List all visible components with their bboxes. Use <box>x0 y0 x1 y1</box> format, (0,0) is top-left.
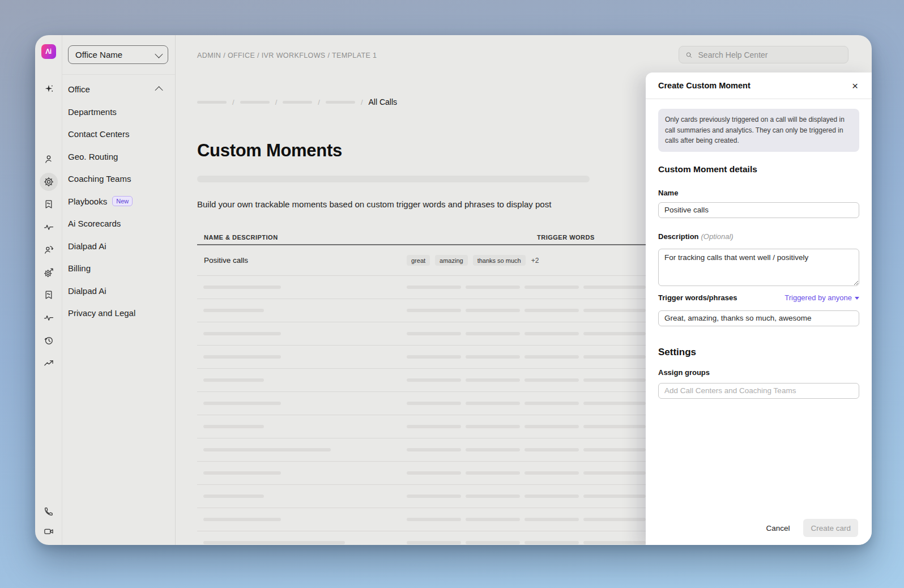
icon-rail: Λi <box>35 35 62 545</box>
activity-pulse-icon[interactable] <box>42 220 56 234</box>
settings-heading: Settings <box>658 347 859 358</box>
sidebar-nav: OfficeDepartmentsContact CentersGeo. Rou… <box>62 74 175 325</box>
person-icon[interactable] <box>42 152 56 166</box>
trend-up-icon[interactable] <box>42 356 56 370</box>
sidebar-item-label: Departments <box>68 107 117 117</box>
skeleton-bar <box>525 448 579 451</box>
close-icon[interactable]: × <box>851 80 859 91</box>
assign-groups-input[interactable] <box>658 383 859 399</box>
skeleton-bar <box>466 541 520 544</box>
phone-icon[interactable] <box>42 505 56 518</box>
skeleton-bar <box>407 378 461 382</box>
skeleton-bar <box>466 332 520 335</box>
cancel-button[interactable]: Cancel <box>762 523 793 533</box>
sidebar-item-billing[interactable]: Billing <box>62 257 175 280</box>
breadcrumb-skeleton <box>240 101 270 104</box>
more-count: +2 <box>531 257 539 265</box>
sidebar-item-office[interactable]: Office <box>62 78 175 101</box>
sidebar-item-dialpad-ai-2[interactable]: Dialpad Ai <box>62 280 175 302</box>
name-input[interactable] <box>658 202 859 218</box>
skeleton-bar <box>407 425 461 428</box>
skeleton-bar <box>203 425 264 428</box>
skeleton-bar <box>583 448 646 451</box>
skeleton-bar <box>407 355 461 359</box>
page-title: Custom Moments <box>197 140 342 161</box>
sidebar-item-departments[interactable]: Departments <box>62 101 175 123</box>
sidebar-item-label: Dialpad Ai <box>68 286 106 296</box>
page-breadcrumb: ////All Calls <box>197 97 397 106</box>
skeleton-bar <box>525 518 579 521</box>
skeleton-bar <box>466 448 520 451</box>
settings-gear-icon[interactable] <box>40 173 58 191</box>
breadcrumb-separator: / <box>232 98 234 106</box>
create-card-button[interactable]: Create card <box>803 519 858 537</box>
skeleton-bar <box>583 309 646 312</box>
dialpad-ai-logo[interactable]: Λi <box>41 44 56 59</box>
sparkle-ai-icon[interactable] <box>42 82 56 96</box>
skeleton-bar <box>203 286 281 289</box>
skeleton-bar <box>583 355 646 359</box>
breadcrumb-separator: / <box>275 98 278 106</box>
optional-hint: (Optional) <box>701 232 734 241</box>
description-textarea[interactable]: For tracking calls that went well / posi… <box>658 249 859 286</box>
sidebar-item-coaching-teams[interactable]: Coaching Teams <box>62 168 175 190</box>
skeleton-bar <box>466 402 520 405</box>
page-description: Build your own trackable moments based o… <box>197 199 551 209</box>
sidebar-item-label: Office <box>68 84 90 94</box>
sidebar-item-dialpad-ai[interactable]: Dialpad Ai <box>62 235 175 258</box>
description-label: Description(Optional) <box>658 232 859 241</box>
history-clock-icon[interactable] <box>42 334 56 347</box>
skeleton-bar <box>583 518 646 521</box>
sidebar-item-privacy-and-legal[interactable]: Privacy and Legal <box>62 302 175 325</box>
skeleton-bar <box>466 495 520 498</box>
sidebar-item-label: Geo. Routing <box>68 152 118 161</box>
playbook-tag-icon[interactable] <box>42 288 56 302</box>
skeleton-bar <box>466 425 520 428</box>
skeleton-bar <box>466 378 520 382</box>
sidebar-item-label: Billing <box>68 263 91 273</box>
skeleton-bar <box>203 402 281 405</box>
office-selector-label: Office Name <box>75 50 122 59</box>
panel-body: Only cards previously triggered on a cal… <box>646 99 872 511</box>
create-custom-moment-panel: Create Custom Moment × Only cards previo… <box>646 73 872 545</box>
skeleton-bar <box>525 471 579 475</box>
skeleton-bar <box>525 332 579 335</box>
skeleton-bar <box>525 355 579 359</box>
skeleton-bar <box>525 286 579 289</box>
skeleton-bar <box>203 541 345 544</box>
video-camera-icon[interactable] <box>42 525 56 538</box>
breadcrumb-skeleton <box>283 101 312 104</box>
breadcrumb-skeleton <box>197 101 227 104</box>
skeleton-bar <box>525 541 579 544</box>
trigger-words-label: Trigger words/phrases <box>658 293 737 302</box>
column-header-name: NAME & DESCRIPTION <box>204 234 278 241</box>
office-selector-dropdown[interactable]: Office Name <box>68 45 168 64</box>
sidebar-item-contact-centers[interactable]: Contact Centers <box>62 123 175 146</box>
activity-pulse-icon[interactable] <box>42 311 56 325</box>
gear-arrow-icon[interactable] <box>42 266 56 279</box>
sidebar-item-label: Ai Scorecards <box>68 219 121 228</box>
breadcrumb-separator: / <box>361 98 363 106</box>
skeleton-bar <box>203 448 331 451</box>
trigger-words-input[interactable] <box>658 310 859 326</box>
chevron-down-icon <box>155 50 163 58</box>
caret-down-icon <box>855 297 859 300</box>
skeleton-bar <box>203 378 264 382</box>
sidebar-item-label: Contact Centers <box>68 129 129 139</box>
app-window: Λi Office Name OfficeDepartmentsContact … <box>35 35 872 545</box>
agent-sync-icon[interactable] <box>42 243 56 257</box>
skeleton-bar <box>466 355 520 359</box>
skeleton-bar <box>583 541 646 544</box>
skeleton-bar <box>583 378 646 382</box>
skeleton-bar <box>466 309 520 312</box>
sidebar-item-geo-routing[interactable]: Geo. Routing <box>62 146 175 168</box>
triggered-by-dropdown[interactable]: Triggered by anyone <box>784 293 859 302</box>
sidebar-item-ai-scorecards[interactable]: Ai Scorecards <box>62 212 175 235</box>
sidebar-item-label: Privacy and Legal <box>68 308 135 318</box>
skeleton-bar <box>407 518 461 521</box>
desktop-background: { "brand": { "logo_text": "Λi" }, "color… <box>0 0 904 588</box>
sidebar-item-playbooks[interactable]: PlaybooksNew <box>62 190 175 213</box>
skeleton-bar <box>407 286 461 289</box>
skeleton-bar <box>407 448 461 451</box>
playbook-tag-icon[interactable] <box>42 198 56 211</box>
